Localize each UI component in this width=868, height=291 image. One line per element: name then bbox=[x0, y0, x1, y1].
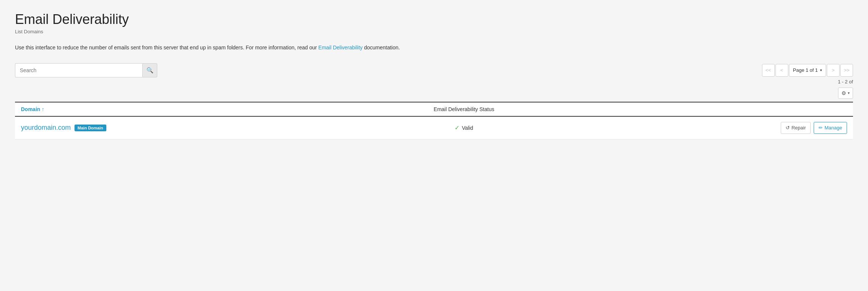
pagination-controls: << < Page 1 of 1 ▾ > >> bbox=[762, 64, 853, 77]
manage-label: Manage bbox=[825, 125, 842, 131]
gear-button[interactable]: ⚙ ▾ bbox=[838, 88, 853, 99]
table-row: yourdomain.com Main Domain ✓ Valid ↺ Rep… bbox=[15, 117, 853, 140]
search-input[interactable] bbox=[15, 63, 142, 77]
toolbar-row: 🔍 << < Page 1 of 1 ▾ > >> bbox=[15, 63, 853, 77]
col-status-header: Email Deliverability Status bbox=[163, 106, 765, 112]
manage-button[interactable]: ✏ Manage bbox=[814, 122, 847, 134]
table-container: Domain ↑ Email Deliverability Status you… bbox=[15, 102, 853, 140]
domain-col-label: Domain bbox=[21, 106, 40, 112]
table-header: Domain ↑ Email Deliverability Status bbox=[15, 102, 853, 117]
description-text: Use this interface to reduce the number … bbox=[15, 43, 853, 52]
status-text: Valid bbox=[462, 125, 473, 131]
chevron-down-icon: ▾ bbox=[820, 68, 822, 72]
repair-icon: ↺ bbox=[786, 125, 790, 131]
page-subtitle: List Domains bbox=[15, 29, 853, 34]
gear-icon: ⚙ bbox=[841, 90, 846, 96]
pagination-prev-button[interactable]: < bbox=[776, 64, 788, 77]
main-domain-badge: Main Domain bbox=[75, 125, 106, 131]
repair-label: Repair bbox=[792, 125, 806, 131]
search-icon: 🔍 bbox=[146, 67, 154, 74]
actions-cell: ↺ Repair ✏ Manage bbox=[765, 122, 847, 134]
pagination-last-button[interactable]: >> bbox=[840, 64, 853, 77]
results-row: 1 - 2 of bbox=[15, 79, 853, 85]
status-col-label: Email Deliverability Status bbox=[434, 106, 494, 112]
page-title: Email Deliverability bbox=[15, 11, 853, 27]
gear-row: ⚙ ▾ bbox=[15, 88, 853, 102]
domain-name: yourdomain.com bbox=[21, 124, 71, 132]
pagination-next-button[interactable]: > bbox=[827, 64, 840, 77]
domain-cell: yourdomain.com Main Domain bbox=[21, 124, 163, 132]
pagination-first-button[interactable]: << bbox=[762, 64, 775, 77]
valid-check-icon: ✓ bbox=[455, 124, 459, 131]
description-after-link: documentation. bbox=[362, 45, 400, 50]
search-button[interactable]: 🔍 bbox=[142, 63, 157, 77]
gear-dropdown-icon: ▾ bbox=[848, 91, 850, 95]
page-selector-label: Page 1 of 1 bbox=[793, 67, 818, 73]
results-text: 1 - 2 of bbox=[838, 79, 853, 85]
page-selector[interactable]: Page 1 of 1 ▾ bbox=[789, 64, 826, 77]
domain-sort-link[interactable]: Domain ↑ bbox=[21, 106, 163, 112]
repair-button[interactable]: ↺ Repair bbox=[781, 122, 811, 134]
description-before-link: Use this interface to reduce the number … bbox=[15, 45, 318, 50]
search-wrapper: 🔍 bbox=[15, 63, 157, 77]
email-deliverability-docs-link[interactable]: Email Deliverability bbox=[318, 45, 362, 50]
status-cell: ✓ Valid bbox=[163, 124, 765, 131]
col-domain-header: Domain ↑ bbox=[21, 106, 163, 112]
sort-asc-icon: ↑ bbox=[42, 106, 44, 112]
page-container: Email Deliverability List Domains Use th… bbox=[0, 0, 868, 291]
manage-icon: ✏ bbox=[819, 125, 823, 131]
